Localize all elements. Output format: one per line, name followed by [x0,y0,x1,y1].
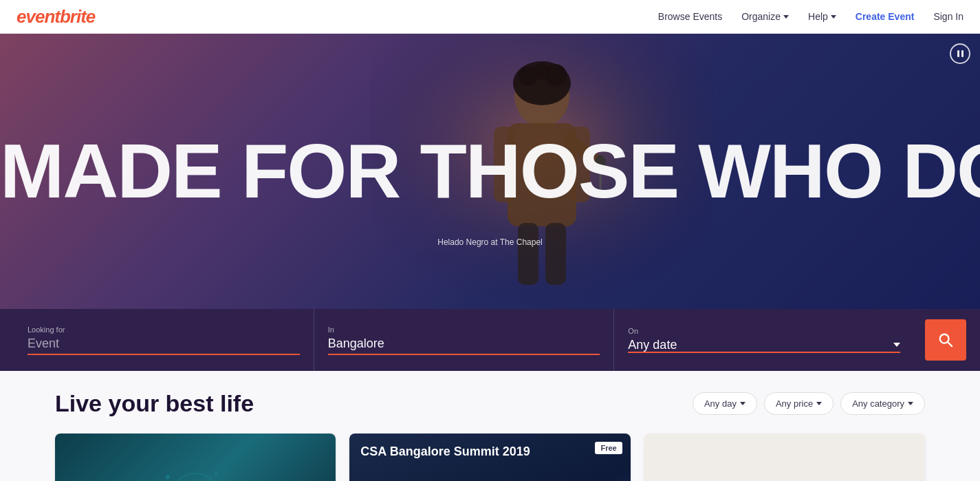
cards-row: Free CSA Bangalore Summit 2019 9 Septemb… [55,434,925,481]
search-icon [938,332,953,348]
svg-point-6 [595,155,606,171]
logo[interactable]: eventbrite [17,6,95,28]
pause-icon [957,50,963,57]
navbar: eventbrite Browse Events Organize Help C… [0,0,980,34]
on-label: On [628,327,900,335]
svg-rect-3 [494,127,514,202]
svg-point-13 [534,63,550,80]
card-1-graphic [154,456,237,482]
date-select-wrap: Any date Today Tomorrow This weekend Thi… [628,338,900,353]
hero-performer-image [370,34,714,309]
card-2-image: Free CSA Bangalore Summit 2019 9 Septemb… [349,434,630,481]
search-date-field: On Any date Today Tomorrow This weekend … [614,309,914,371]
nav-links: Browse Events Organize Help Create Event… [658,11,963,22]
location-input[interactable] [328,336,600,355]
event-search-input[interactable] [28,336,300,355]
hero-section: MADE FOR THOSE WHO DO Helado Negro at Th… [0,34,980,309]
filter-any-category[interactable]: Any category [840,392,925,415]
csa-badge-free: Free [595,442,622,454]
svg-rect-9 [545,223,566,285]
nav-sign-in[interactable]: Sign In [933,11,963,22]
filter-any-price[interactable]: Any price [764,392,834,415]
card-1-image [55,434,336,481]
date-select[interactable]: Any date Today Tomorrow This weekend Thi… [628,338,907,352]
nav-help[interactable]: Help [808,11,836,22]
any-category-chevron-icon [908,402,913,405]
event-card-2[interactable]: Free CSA Bangalore Summit 2019 9 Septemb… [349,434,630,481]
svg-point-20 [215,472,217,475]
in-label: In [328,325,600,334]
organize-chevron-icon [783,15,789,19]
search-location-field: In [314,309,615,371]
help-chevron-icon [831,15,836,19]
nav-organize[interactable]: Organize [741,11,789,22]
any-price-chevron-icon [816,402,822,405]
hero-caption: Helado Negro at The Chapel [437,237,543,247]
search-bar: Looking for In On Any date Today Tomorro… [0,309,980,371]
event-card-3[interactable]: Tell us what you love We'll find event r… [644,434,925,481]
svg-line-15 [948,342,952,346]
main-content: Live your best life Any day Any price An… [0,371,980,481]
filter-row: Any day Any price Any category [693,392,925,415]
svg-point-19 [166,475,170,479]
main-title: Live your best life [55,390,254,417]
csa-title: CSA Bangalore Summit 2019 [360,445,619,460]
main-header: Live your best life Any day Any price An… [55,390,925,417]
event-card-1[interactable] [55,434,336,481]
search-event-field: Looking for [14,309,314,371]
filter-any-day[interactable]: Any day [693,392,757,415]
any-day-chevron-icon [740,402,745,405]
svg-rect-8 [518,223,538,285]
search-button[interactable] [925,319,966,361]
recommendation-card-body: Tell us what you love We'll find event r… [644,434,925,481]
pause-button[interactable] [950,43,970,64]
looking-for-label: Looking for [28,325,300,334]
nav-create-event[interactable]: Create Event [856,11,915,22]
nav-browse-events[interactable]: Browse Events [658,11,722,22]
